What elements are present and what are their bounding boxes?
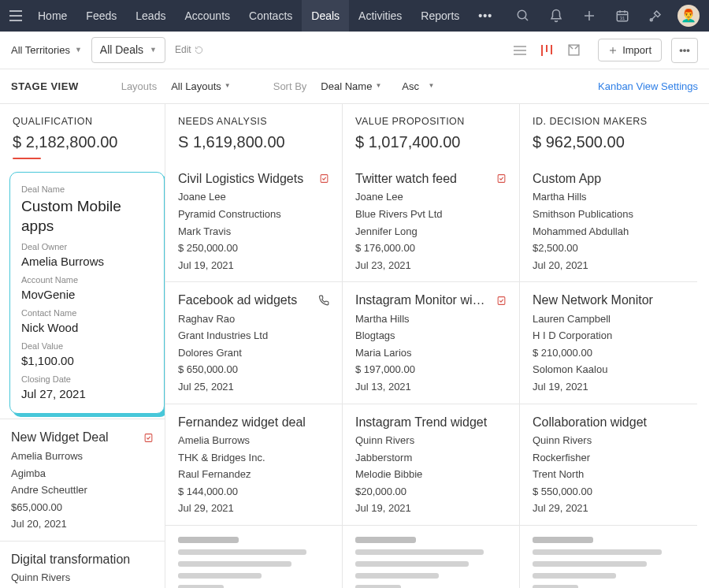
- deal-value-value: $1,100.00: [21, 353, 153, 369]
- deal-owner: Quinn Rivers: [355, 434, 507, 448]
- column-title: VALUE PROPOSITION: [355, 115, 507, 128]
- field-label: Deal Owner: [21, 241, 153, 253]
- deal-owner: Joane Lee: [355, 190, 507, 204]
- deal-card[interactable]: Instagram Monitor widgetMartha HillsBlog…: [343, 281, 519, 403]
- deal-card[interactable]: New Widget DealAmelia BurrowsAgimbaAndre…: [0, 419, 165, 540]
- nav-item-contacts[interactable]: Contacts: [239, 0, 302, 32]
- nav-item-leads[interactable]: Leads: [126, 0, 175, 32]
- deal-date: Jul 13, 2021: [355, 380, 507, 394]
- nav-item-reports[interactable]: Reports: [411, 0, 469, 32]
- deal-owner: Lauren Campbell: [533, 312, 685, 326]
- territory-dropdown[interactable]: All Territories ▼: [11, 43, 82, 58]
- nav-more-icon[interactable]: •••: [470, 0, 500, 32]
- deal-owner: Amelia Burrows: [178, 434, 329, 448]
- deal-contact: Jennifer Long: [355, 225, 507, 239]
- layouts-label: Layouts: [121, 80, 158, 94]
- deal-account: Blogtags: [355, 329, 507, 343]
- edit-label: Edit: [175, 43, 191, 56]
- deal-card[interactable]: Instagram Trend widgetQuinn RiversJabber…: [343, 404, 519, 525]
- deal-title: Facebook ad widgets: [178, 292, 314, 309]
- tools-icon[interactable]: [640, 0, 671, 32]
- pipeline-dropdown[interactable]: All Deals ▼: [91, 37, 165, 63]
- task-icon: [143, 433, 154, 443]
- sortby-value: Deal Name: [321, 80, 372, 94]
- sort-bar: STAGE VIEW Layouts All Layouts▼ Sort By …: [0, 69, 709, 104]
- notifications-icon[interactable]: [540, 0, 572, 32]
- deal-card[interactable]: Civil Logistics WidgetsJoane LeePyramid …: [165, 161, 342, 281]
- column-body: Deal NameCustom Mobile appsDeal OwnerAme…: [0, 167, 165, 588]
- svg-rect-27: [498, 296, 505, 304]
- edit-link[interactable]: Edit: [175, 43, 203, 56]
- chevron-down-icon: ▼: [225, 82, 231, 91]
- search-icon[interactable]: [507, 0, 539, 32]
- column-total: S 1,619,800.00: [178, 132, 329, 153]
- deal-date: Jul 19, 2021: [178, 259, 329, 273]
- menu-toggle-icon[interactable]: [5, 0, 27, 32]
- deal-card[interactable]: New Network MonitorLauren CampbellH I D …: [520, 281, 697, 403]
- column-header: NEEDS ANALYSISS 1,619,800.00: [165, 104, 342, 161]
- deal-owner-value: Amelia Burrows: [21, 254, 153, 270]
- deal-amount: $ 176,000.00: [355, 241, 507, 255]
- deal-date: Jul 19, 2021: [355, 501, 507, 515]
- deal-title: Instagram Trend widget: [355, 414, 507, 431]
- nav-item-activities[interactable]: Activities: [349, 0, 411, 32]
- deal-amount: $ 550,000.00: [533, 485, 685, 499]
- nav-item-deals[interactable]: Deals: [302, 0, 349, 32]
- sortby-label: Sort By: [273, 80, 307, 94]
- closing-date-value: Jul 27, 2021: [21, 386, 153, 402]
- nav-item-home[interactable]: Home: [28, 0, 76, 32]
- overflow-menu-icon[interactable]: •••: [671, 38, 698, 63]
- deal-owner: Quinn Rivers: [11, 571, 154, 585]
- deal-amount: $ 250,000.00: [178, 241, 329, 255]
- deal-amount: $ 144,000.00: [178, 485, 329, 499]
- field-label: Deal Value: [21, 341, 153, 352]
- deal-card-highlight[interactable]: Deal NameCustom Mobile appsDeal OwnerAme…: [9, 172, 165, 415]
- user-avatar[interactable]: 👨‍🦰: [677, 5, 700, 27]
- deal-amount: $2,500.00: [533, 241, 685, 255]
- column-header: ID. DECISION MAKERS$ 962,500.00: [520, 104, 697, 161]
- deal-card[interactable]: Twitter watch feedJoane LeeBlue Rivers P…: [343, 161, 519, 281]
- chevron-down-icon: ▼: [375, 82, 381, 91]
- chevron-down-icon: ▼: [150, 45, 157, 54]
- sortby-dropdown[interactable]: Deal Name▼: [321, 80, 381, 94]
- calendar-icon[interactable]: 31: [607, 0, 638, 32]
- layouts-dropdown[interactable]: All Layouts▼: [171, 80, 231, 94]
- import-button[interactable]: Import: [598, 39, 662, 61]
- column-title: QUALIFICATION: [13, 115, 152, 128]
- deal-card[interactable]: Fernandez widget dealAmelia BurrowsTHK &…: [165, 404, 342, 525]
- deal-card[interactable]: Collaboration widgetQuinn RiversRockerfi…: [520, 404, 697, 525]
- deal-date: Jul 19, 2021: [533, 380, 685, 394]
- task-icon: [496, 296, 507, 306]
- contact-name-value: Nick Wood: [21, 320, 153, 336]
- svg-line-21: [575, 45, 579, 49]
- deal-card[interactable]: Digital transformationQuinn RiversAlcoa …: [0, 541, 165, 588]
- deal-account: H I D Corporation: [533, 329, 685, 343]
- deal-title: Civil Logistics Widgets: [178, 170, 314, 188]
- nav-item-accounts[interactable]: Accounts: [175, 0, 239, 32]
- column-total: $ 2,182,800.00: [13, 132, 152, 153]
- kanban-view-icon[interactable]: [537, 41, 556, 60]
- deal-account: Rockerfisher: [533, 451, 685, 465]
- canvas-view-icon[interactable]: [564, 40, 584, 60]
- layouts-value: All Layouts: [171, 80, 221, 94]
- deal-name-value: Custom Mobile apps: [21, 196, 153, 236]
- deal-amount: $ 650,000.00: [178, 363, 329, 377]
- list-view-icon[interactable]: [510, 42, 529, 59]
- deal-card[interactable]: Custom AppMartha HillsSmithson Publicati…: [520, 161, 697, 281]
- pipeline-label: All Deals: [100, 43, 143, 58]
- refresh-icon: [195, 46, 203, 54]
- nav-item-feeds[interactable]: Feeds: [76, 0, 126, 32]
- column-body: Civil Logistics WidgetsJoane LeePyramid …: [165, 161, 342, 588]
- deal-date: Jul 20, 2021: [11, 517, 154, 531]
- deal-title: Instagram Monitor widget: [355, 292, 492, 309]
- task-icon: [319, 173, 329, 184]
- kanban-settings-link[interactable]: Kanban View Settings: [598, 80, 698, 94]
- kanban-board: QUALIFICATION$ 2,182,800.00Deal NameCust…: [0, 104, 709, 588]
- svg-rect-24: [145, 434, 152, 441]
- deal-contact: Trent North: [533, 467, 685, 482]
- deal-card[interactable]: Facebook ad widgetsRaghav RaoGrant Indus…: [165, 281, 342, 403]
- skeleton-card: [165, 525, 342, 588]
- deal-account: Grant Industries Ltd: [178, 329, 329, 343]
- quick-create-icon[interactable]: [574, 0, 605, 32]
- sort-direction-dropdown[interactable]: Asc ▼: [402, 80, 434, 94]
